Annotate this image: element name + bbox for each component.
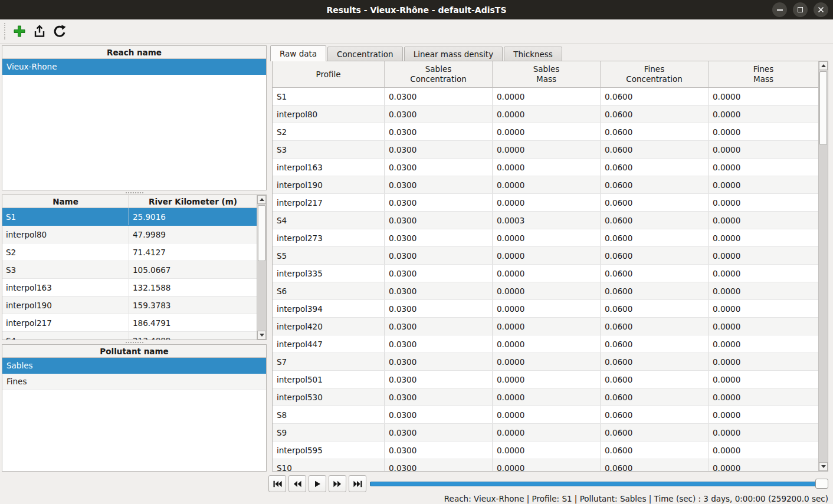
results-row[interactable]: interpol2730.03000.00000.06000.0000 <box>273 229 818 247</box>
scroll-up-button[interactable] <box>819 61 828 70</box>
results-row[interactable]: interpol5010.03000.00000.06000.0000 <box>273 371 818 388</box>
results-table-header: Profile Sables Concentration Sables Mass… <box>273 61 818 88</box>
value-cell: 0.0000 <box>709 442 818 459</box>
results-row[interactable]: interpol1900.03000.00000.06000.0000 <box>273 176 818 194</box>
tab-thickness[interactable]: Thickness <box>504 47 562 61</box>
tab-label: Thickness <box>513 50 553 59</box>
value-cell: 0.0300 <box>385 159 493 176</box>
slider-track[interactable] <box>370 482 828 486</box>
pollutant-list-header: Pollutant name <box>2 345 266 358</box>
export-button[interactable] <box>31 22 48 40</box>
skip-first-button[interactable] <box>268 475 286 492</box>
profile-row[interactable]: S271.4127 <box>2 243 257 261</box>
profile-row[interactable]: S125.9016 <box>2 208 257 226</box>
profile-row[interactable]: interpol190159.3783 <box>2 297 257 314</box>
value-cell: 0.0300 <box>385 212 493 229</box>
value-cell: 0.0300 <box>385 424 493 441</box>
time-slider[interactable] <box>370 479 828 489</box>
value-cell: 0.0300 <box>385 229 493 246</box>
fast-forward-button[interactable] <box>329 475 346 492</box>
results-row[interactable]: S50.03000.00000.06000.0000 <box>273 247 818 265</box>
results-scrollbar[interactable] <box>818 61 828 471</box>
profile-name-cell: S3 <box>2 261 129 278</box>
results-header-fines-concentration: Fines Concentration <box>601 61 709 87</box>
value-cell: 0.0300 <box>385 282 493 299</box>
profile-cell: S5 <box>273 247 385 264</box>
profile-cell: S8 <box>273 406 385 423</box>
value-cell: 0.0600 <box>601 212 709 229</box>
scroll-down-button[interactable] <box>257 331 266 340</box>
results-row[interactable]: interpol2170.03000.00000.06000.0000 <box>273 194 818 212</box>
tab-label: Raw data <box>280 49 317 58</box>
arrow-down-icon <box>821 465 826 468</box>
results-row[interactable]: interpol800.03000.00000.06000.0000 <box>273 106 818 123</box>
value-cell: 0.0600 <box>601 318 709 335</box>
scrollbar-thumb[interactable] <box>258 205 265 261</box>
tab-linear-mass-density[interactable]: Linear mass density <box>404 47 503 61</box>
profile-row[interactable]: interpol163132.1588 <box>2 279 257 297</box>
results-row[interactable]: interpol4470.03000.00000.06000.0000 <box>273 335 818 353</box>
tab-concentration[interactable]: Concentration <box>327 47 403 61</box>
scrollbar-track[interactable] <box>257 204 266 331</box>
value-cell: 0.0000 <box>493 300 601 317</box>
results-row[interactable]: interpol1630.03000.00000.06000.0000 <box>273 159 818 176</box>
profile-row[interactable]: S4213.4089 <box>2 332 257 340</box>
header-line: Mass <box>753 74 773 84</box>
results-row[interactable]: S30.03000.00000.06000.0000 <box>273 141 818 159</box>
scrollbar-track[interactable] <box>819 70 828 462</box>
scrollbar-thumb[interactable] <box>819 71 827 145</box>
value-cell: 0.0600 <box>601 123 709 140</box>
pollutant-item-label: Fines <box>6 377 27 386</box>
profile-cell: interpol217 <box>273 194 385 211</box>
pollutant-item[interactable]: Fines <box>2 374 266 390</box>
results-row[interactable]: S60.03000.00000.06000.0000 <box>273 282 818 300</box>
maximize-button[interactable] <box>793 2 808 17</box>
results-row[interactable]: interpol5950.03000.00000.06000.0000 <box>273 442 818 459</box>
scroll-up-button[interactable] <box>257 195 266 204</box>
close-button[interactable] <box>814 2 828 17</box>
status-text: Reach: Vieux-Rhone | Profile: S1 | Pollu… <box>444 494 828 503</box>
tab-raw-data[interactable]: Raw data <box>270 45 326 61</box>
splitter-handle[interactable] <box>2 190 267 195</box>
profiles-table-panel: Name River Kilometer (m) S125.9016interp… <box>2 195 267 340</box>
results-row[interactable]: interpol4200.03000.00000.06000.0000 <box>273 318 818 335</box>
reach-item[interactable]: Vieux-Rhone <box>2 59 266 75</box>
profile-row[interactable]: S3105.0667 <box>2 261 257 279</box>
value-cell: 0.0600 <box>601 406 709 423</box>
refresh-button[interactable] <box>51 22 68 40</box>
play-button[interactable] <box>309 475 326 492</box>
results-row[interactable]: S40.03000.00030.06000.0000 <box>273 212 818 229</box>
results-row[interactable]: S70.03000.00000.06000.0000 <box>273 353 818 371</box>
results-row[interactable]: interpol5300.03000.00000.06000.0000 <box>273 388 818 406</box>
profile-cell: interpol80 <box>273 106 385 123</box>
value-cell: 0.0000 <box>709 247 818 264</box>
value-cell: 0.0000 <box>709 194 818 211</box>
skip-last-button[interactable] <box>349 475 366 492</box>
results-row[interactable]: S20.03000.00000.06000.0000 <box>273 123 818 141</box>
results-row[interactable]: S80.03000.00000.06000.0000 <box>273 406 818 424</box>
results-row[interactable]: S100.03000.00000.06000.0000 <box>273 459 818 471</box>
add-button[interactable] <box>11 22 28 40</box>
minimize-button[interactable] <box>772 2 787 17</box>
header-line: Fines <box>644 64 664 74</box>
results-row[interactable]: interpol3350.03000.00000.06000.0000 <box>273 265 818 282</box>
splitter-dots-icon <box>126 342 143 343</box>
results-row[interactable]: interpol3940.03000.00000.06000.0000 <box>273 300 818 318</box>
pollutant-item[interactable]: Sables <box>2 358 266 374</box>
splitter-handle[interactable] <box>2 340 267 344</box>
results-row[interactable]: S10.03000.00000.06000.0000 <box>273 88 818 106</box>
profiles-table: Name River Kilometer (m) S125.9016interp… <box>2 195 257 340</box>
scroll-down-button[interactable] <box>819 462 828 471</box>
profile-cell: S4 <box>273 212 385 229</box>
profile-cell: interpol163 <box>273 159 385 176</box>
profile-row[interactable]: interpol8047.9989 <box>2 226 257 243</box>
toolbar-drag-handle[interactable] <box>4 23 7 39</box>
profiles-scrollbar[interactable] <box>257 195 266 340</box>
reach-list-header: Reach name <box>2 46 266 59</box>
value-cell: 0.0300 <box>385 265 493 282</box>
rewind-button[interactable] <box>288 475 306 492</box>
profile-row[interactable]: interpol217186.4791 <box>2 314 257 332</box>
tab-label: Linear mass density <box>414 50 494 59</box>
slider-handle[interactable] <box>815 479 828 489</box>
results-row[interactable]: S90.03000.00000.06000.0000 <box>273 424 818 442</box>
